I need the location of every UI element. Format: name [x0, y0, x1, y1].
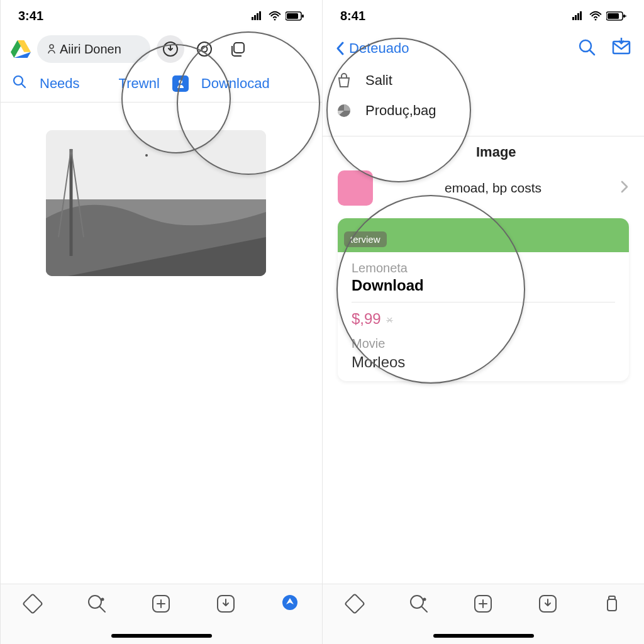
- menu-label: Produç,bag: [365, 103, 436, 119]
- svg-point-10: [202, 47, 208, 52]
- tab-jar-icon[interactable]: [601, 593, 623, 614]
- mail-button[interactable]: [611, 38, 631, 59]
- svg-line-35: [590, 50, 594, 55]
- search-button[interactable]: [577, 38, 596, 59]
- search-icon[interactable]: [12, 74, 27, 93]
- svg-rect-31: [608, 13, 619, 19]
- svg-rect-2: [287, 13, 298, 19]
- tab-add-icon[interactable]: [472, 593, 494, 614]
- svg-rect-3: [302, 14, 304, 18]
- tab-home-icon[interactable]: [22, 593, 43, 614]
- svg-point-40: [411, 596, 423, 608]
- status-bar: 8:41: [323, 0, 644, 31]
- svg-rect-32: [623, 14, 625, 18]
- clock: 8:41: [340, 9, 365, 23]
- detail-card[interactable]: terview Lemoneta Download $,99 × Movie M…: [338, 218, 629, 381]
- svg-rect-15: [46, 130, 266, 199]
- svg-point-33: [625, 15, 626, 16]
- menu-item-produc[interactable]: Produç,bag: [335, 96, 631, 126]
- tab-add-icon[interactable]: [150, 593, 172, 614]
- clock: 3:41: [18, 9, 43, 23]
- bottom-tab-bar: [323, 584, 644, 644]
- tab-needs[interactable]: Needs: [40, 75, 80, 92]
- status-bar: 3:41: [1, 0, 322, 31]
- wifi-icon: [268, 11, 282, 21]
- download-circle-button[interactable]: [157, 35, 184, 63]
- secondary-tabs: Needs Trewnl Downlocad: [1, 69, 322, 103]
- svg-line-13: [21, 84, 25, 87]
- drive-icon[interactable]: [11, 40, 31, 58]
- person-mini-icon: [47, 44, 56, 54]
- svg-point-23: [101, 598, 104, 601]
- tab-download[interactable]: Downlocad: [201, 75, 270, 92]
- contact-chip-icon: [172, 75, 189, 92]
- home-indicator: [433, 634, 534, 638]
- card-overline: Lemoneta: [352, 261, 615, 275]
- card-badge: terview: [344, 231, 387, 247]
- wifi-icon: [589, 11, 602, 21]
- svg-point-14: [179, 80, 182, 84]
- card-body: Lemoneta Download $,99 × Movie Morleos: [338, 252, 629, 381]
- tab-search-icon[interactable]: [408, 593, 430, 614]
- svg-rect-39: [345, 594, 365, 613]
- svg-point-20: [145, 154, 148, 157]
- cellular-signal-icon: [252, 11, 264, 20]
- top-app-bar: Aiiri Donen: [1, 31, 322, 69]
- tab-location-active-icon[interactable]: [279, 593, 301, 614]
- svg-rect-11: [234, 43, 244, 53]
- chevron-left-icon: [335, 41, 345, 56]
- menu-item-salit[interactable]: Salit: [335, 65, 631, 96]
- phone-left: 3:41 Aiiri Donen: [0, 0, 322, 644]
- tabs-icon: [230, 41, 247, 57]
- image-thumbnail[interactable]: [46, 130, 266, 276]
- svg-point-41: [423, 598, 426, 601]
- back-label: Deteuado: [349, 40, 409, 57]
- tab-downloads-icon[interactable]: [215, 593, 236, 614]
- record-icon: [196, 41, 213, 57]
- card-price: $,99: [352, 310, 381, 327]
- svg-point-22: [89, 596, 101, 608]
- cellular-signal-icon: [572, 11, 585, 20]
- card-title: Download: [352, 277, 615, 294]
- svg-rect-21: [23, 594, 43, 613]
- home-indicator: [111, 634, 212, 638]
- chevron-right-icon: [620, 180, 629, 196]
- shopping-bag-icon: [335, 72, 353, 89]
- svg-point-9: [197, 42, 211, 56]
- row-text: emoad, bp costs: [382, 180, 611, 196]
- account-pill-label: Aiiri Donen: [60, 42, 121, 57]
- card-header: terview: [338, 218, 629, 252]
- list-row[interactable]: emoad, bp costs: [338, 170, 629, 206]
- svg-rect-46: [608, 599, 616, 611]
- bottom-tab-bar: [1, 584, 322, 644]
- svg-point-29: [595, 19, 597, 21]
- nav-bar: Deteuado: [323, 31, 644, 65]
- tab-downloads-icon[interactable]: [537, 593, 558, 614]
- phone-right: 8:41 Deteuado: [322, 0, 644, 644]
- status-icons: [252, 11, 304, 21]
- download-circle-icon: [162, 41, 179, 57]
- pie-chart-icon: [335, 102, 353, 119]
- nav-actions: [577, 38, 631, 59]
- section-label: Image: [461, 144, 644, 160]
- svg-rect-47: [609, 596, 615, 599]
- tabs-button[interactable]: [225, 35, 252, 63]
- card-subtitle: Morleos: [352, 353, 615, 371]
- status-icons: [572, 11, 626, 21]
- battery-icon: [606, 11, 626, 21]
- svg-point-0: [274, 19, 276, 21]
- card-strike-price: ×: [386, 314, 393, 326]
- tab-trewnl[interactable]: Trewnl: [119, 75, 160, 92]
- battery-icon: [286, 11, 304, 21]
- svg-point-7: [50, 45, 53, 48]
- menu-label: Salit: [365, 72, 392, 89]
- card-overline2: Movie: [352, 336, 615, 351]
- tab-search-icon[interactable]: [86, 593, 108, 614]
- back-button[interactable]: Deteuado: [335, 40, 409, 57]
- tab-home-icon[interactable]: [344, 593, 365, 614]
- menu-list: Salit Produç,bag: [323, 65, 644, 132]
- row-thumbnail: [338, 170, 373, 206]
- record-button[interactable]: [191, 35, 218, 63]
- account-pill[interactable]: Aiiri Donen: [37, 35, 150, 63]
- divider: [352, 302, 615, 303]
